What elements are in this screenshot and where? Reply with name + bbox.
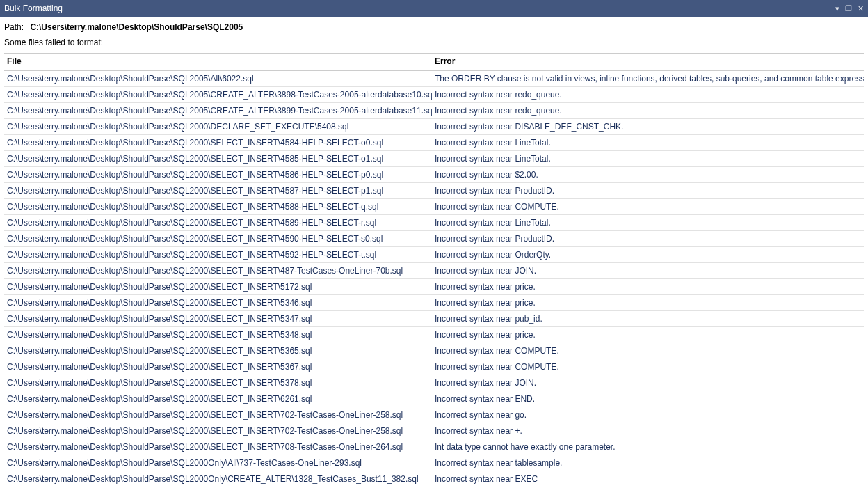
cell-file: C:\Users\terry.malone\Desktop\ShouldPars…: [4, 391, 432, 407]
cell-error: Incorrect syntax near price.: [432, 295, 864, 311]
table-row[interactable]: C:\Users\terry.malone\Desktop\ShouldPars…: [4, 359, 864, 375]
table-row[interactable]: C:\Users\terry.malone\Desktop\ShouldPars…: [4, 423, 864, 439]
cell-file: C:\Users\terry.malone\Desktop\ShouldPars…: [4, 295, 432, 311]
cell-file: C:\Users\terry.malone\Desktop\ShouldPars…: [4, 231, 432, 247]
table-row[interactable]: C:\Users\terry.malone\Desktop\ShouldPars…: [4, 71, 864, 87]
path-label: Path:: [4, 22, 24, 32]
window-close-icon[interactable]: ✕: [858, 4, 864, 13]
cell-file: C:\Users\terry.malone\Desktop\ShouldPars…: [4, 167, 432, 183]
cell-file: C:\Users\terry.malone\Desktop\ShouldPars…: [4, 183, 432, 199]
cell-error: Incorrect syntax near pub_id.: [432, 311, 864, 327]
table-row[interactable]: C:\Users\terry.malone\Desktop\ShouldPars…: [4, 375, 864, 391]
cell-file: C:\Users\terry.malone\Desktop\ShouldPars…: [4, 471, 432, 487]
table-row[interactable]: C:\Users\terry.malone\Desktop\ShouldPars…: [4, 231, 864, 247]
cell-error: Incorrect syntax near price.: [432, 327, 864, 343]
cell-file: C:\Users\terry.malone\Desktop\ShouldPars…: [4, 455, 432, 471]
table-row[interactable]: C:\Users\terry.malone\Desktop\ShouldPars…: [4, 279, 864, 295]
table-row[interactable]: C:\Users\terry.malone\Desktop\ShouldPars…: [4, 263, 864, 279]
table-row[interactable]: C:\Users\terry.malone\Desktop\ShouldPars…: [4, 167, 864, 183]
cell-error: Incorrect syntax near tablesample.: [432, 455, 864, 471]
cell-file: C:\Users\terry.malone\Desktop\ShouldPars…: [4, 311, 432, 327]
cell-error: Incorrect syntax near LineTotal.: [432, 151, 864, 167]
cell-error: Incorrect syntax near ProductID.: [432, 183, 864, 199]
table-row[interactable]: C:\Users\terry.malone\Desktop\ShouldPars…: [4, 215, 864, 231]
table-row[interactable]: C:\Users\terry.malone\Desktop\ShouldPars…: [4, 151, 864, 167]
cell-file: C:\Users\terry.malone\Desktop\ShouldPars…: [4, 103, 432, 119]
cell-error: Incorrect syntax near go.: [432, 407, 864, 423]
cell-file: C:\Users\terry.malone\Desktop\ShouldPars…: [4, 215, 432, 231]
window-controls: ▾ ❐ ✕: [835, 4, 864, 13]
status-message: Some files failed to format:: [0, 35, 868, 53]
column-header-file[interactable]: File: [4, 54, 432, 71]
cell-file: C:\Users\terry.malone\Desktop\ShouldPars…: [4, 263, 432, 279]
cell-file: C:\Users\terry.malone\Desktop\ShouldPars…: [4, 199, 432, 215]
table-row[interactable]: C:\Users\terry.malone\Desktop\ShouldPars…: [4, 407, 864, 423]
table-row[interactable]: C:\Users\terry.malone\Desktop\ShouldPars…: [4, 247, 864, 263]
cell-error: Incorrect syntax near LineTotal.: [432, 215, 864, 231]
cell-error: Int data type cannot have exactly one pa…: [432, 439, 864, 455]
cell-error: Incorrect syntax near +.: [432, 423, 864, 439]
cell-file: C:\Users\terry.malone\Desktop\ShouldPars…: [4, 375, 432, 391]
cell-error: Incorrect syntax near redo_queue.: [432, 103, 864, 119]
content-area: Path: C:\Users\terry.malone\Desktop\Shou…: [0, 17, 868, 488]
table-row[interactable]: C:\Users\terry.malone\Desktop\ShouldPars…: [4, 391, 864, 407]
cell-error: Incorrect syntax near EXEC: [432, 471, 864, 487]
table-row[interactable]: C:\Users\terry.malone\Desktop\ShouldPars…: [4, 439, 864, 455]
cell-error: Incorrect syntax near COMPUTE.: [432, 343, 864, 359]
cell-error: Incorrect syntax near LineTotal.: [432, 135, 864, 151]
table-row[interactable]: C:\Users\terry.malone\Desktop\ShouldPars…: [4, 199, 864, 215]
cell-error: Incorrect syntax near COMPUTE.: [432, 199, 864, 215]
table-row[interactable]: C:\Users\terry.malone\Desktop\ShouldPars…: [4, 87, 864, 103]
cell-file: C:\Users\terry.malone\Desktop\ShouldPars…: [4, 439, 432, 455]
cell-file: C:\Users\terry.malone\Desktop\ShouldPars…: [4, 359, 432, 375]
window-dropdown-icon[interactable]: ▾: [835, 4, 839, 13]
cell-file: C:\Users\terry.malone\Desktop\ShouldPars…: [4, 279, 432, 295]
path-value: C:\Users\terry.malone\Desktop\ShouldPars…: [30, 22, 243, 32]
table-row[interactable]: C:\Users\terry.malone\Desktop\ShouldPars…: [4, 103, 864, 119]
titlebar: Bulk Formatting ▾ ❐ ✕: [0, 0, 868, 17]
table-row[interactable]: C:\Users\terry.malone\Desktop\ShouldPars…: [4, 135, 864, 151]
table-row[interactable]: C:\Users\terry.malone\Desktop\ShouldPars…: [4, 295, 864, 311]
cell-error: Incorrect syntax near DISABLE_DEF_CNST_C…: [432, 119, 864, 135]
table-row[interactable]: C:\Users\terry.malone\Desktop\ShouldPars…: [4, 455, 864, 471]
table-row[interactable]: C:\Users\terry.malone\Desktop\ShouldPars…: [4, 327, 864, 343]
cell-error: Incorrect syntax near ProductID.: [432, 231, 864, 247]
table-row[interactable]: C:\Users\terry.malone\Desktop\ShouldPars…: [4, 343, 864, 359]
cell-error: Incorrect syntax near OrderQty.: [432, 247, 864, 263]
cell-error: The ORDER BY clause is not valid in view…: [432, 71, 864, 87]
cell-file: C:\Users\terry.malone\Desktop\ShouldPars…: [4, 119, 432, 135]
cell-file: C:\Users\terry.malone\Desktop\ShouldPars…: [4, 151, 432, 167]
cell-error: Incorrect syntax near $2.00.: [432, 167, 864, 183]
cell-file: C:\Users\terry.malone\Desktop\ShouldPars…: [4, 247, 432, 263]
cell-file: C:\Users\terry.malone\Desktop\ShouldPars…: [4, 135, 432, 151]
cell-file: C:\Users\terry.malone\Desktop\ShouldPars…: [4, 343, 432, 359]
path-row: Path: C:\Users\terry.malone\Desktop\Shou…: [0, 17, 868, 35]
table-row[interactable]: C:\Users\terry.malone\Desktop\ShouldPars…: [4, 119, 864, 135]
window-title: Bulk Formatting: [4, 3, 63, 13]
cell-file: C:\Users\terry.malone\Desktop\ShouldPars…: [4, 423, 432, 439]
cell-error: Incorrect syntax near COMPUTE.: [432, 359, 864, 375]
column-header-error[interactable]: Error: [432, 54, 864, 71]
cell-file: C:\Users\terry.malone\Desktop\ShouldPars…: [4, 71, 432, 87]
cell-file: C:\Users\terry.malone\Desktop\ShouldPars…: [4, 327, 432, 343]
table-row[interactable]: C:\Users\terry.malone\Desktop\ShouldPars…: [4, 311, 864, 327]
cell-error: Incorrect syntax near JOIN.: [432, 375, 864, 391]
results-table: File Error C:\Users\terry.malone\Desktop…: [4, 54, 864, 487]
cell-error: Incorrect syntax near redo_queue.: [432, 87, 864, 103]
cell-error: Incorrect syntax near END.: [432, 391, 864, 407]
window-restore-icon[interactable]: ❐: [845, 4, 852, 13]
cell-file: C:\Users\terry.malone\Desktop\ShouldPars…: [4, 407, 432, 423]
cell-error: Incorrect syntax near price.: [432, 279, 864, 295]
table-row[interactable]: C:\Users\terry.malone\Desktop\ShouldPars…: [4, 471, 864, 487]
cell-file: C:\Users\terry.malone\Desktop\ShouldPars…: [4, 87, 432, 103]
results-table-scroll[interactable]: File Error C:\Users\terry.malone\Desktop…: [4, 53, 864, 488]
cell-error: Incorrect syntax near JOIN.: [432, 263, 864, 279]
table-row[interactable]: C:\Users\terry.malone\Desktop\ShouldPars…: [4, 183, 864, 199]
